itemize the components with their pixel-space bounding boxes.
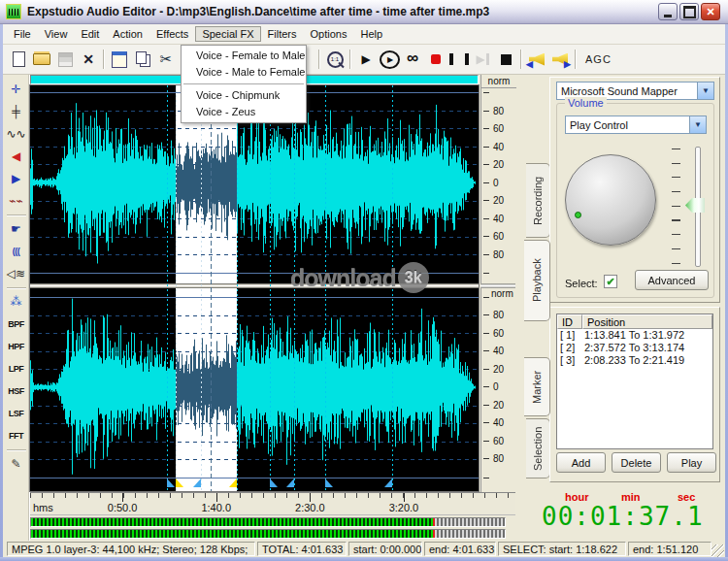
marker-list[interactable]: ID Position [ 1]1:13.841 To 1:31.972[ 2]… [556,314,713,449]
chevron-down-icon[interactable]: ▼ [689,116,706,133]
pause-button[interactable] [447,48,471,71]
hand-tool[interactable]: ☛ [5,218,28,240]
scale-label: 80 [481,106,514,116]
fx-menu-item-voice-chipmunk[interactable]: Voice - Chipmunk [182,87,306,104]
bpf-filter[interactable]: BPF [5,314,28,335]
fx-menu-item-voice-female-to-male[interactable]: Voice - Female to Male [182,48,306,64]
record-button[interactable] [424,48,447,71]
marker-row[interactable]: [ 3]2:08.233 To 2:21.419 [557,354,712,367]
delete-button[interactable]: Delete [612,452,661,473]
window-border-bottom [0,557,728,561]
move-tool[interactable]: ✛ [5,79,28,100]
copy-button[interactable] [131,48,154,71]
menu-options[interactable]: Options [304,26,354,42]
average-tool[interactable]: ⌁⌁ [5,190,28,212]
tab-marker[interactable]: Marker [524,357,550,416]
tab-playback[interactable]: Playback [524,240,550,321]
app-icon [6,4,21,19]
title-bar: Expstudio Audio Editor - D:\mp3\English.… [0,0,728,24]
fade-in-tool[interactable]: ◀ [5,146,28,167]
speaker-forward-button[interactable]: ▶ [548,48,572,71]
resize-grip[interactable] [711,544,724,557]
menu-action[interactable]: Action [106,26,149,42]
menu-view[interactable]: View [38,26,75,42]
edit-pencil-tool-icon: ✎ [11,458,20,470]
lpf-filter[interactable]: LPF [5,358,28,380]
sidebar-separator [7,449,26,451]
add-button[interactable]: Add [556,452,606,473]
hand-tool-icon: ☛ [11,223,21,235]
delete-selection-button[interactable] [77,48,100,71]
toolbar-separator [318,50,320,69]
play-step-button[interactable] [471,48,494,71]
new-document-button[interactable] [7,48,30,71]
fade-out-tool[interactable]: ▶ [5,168,28,189]
noise-reduction-tool[interactable]: ⁂ [5,291,28,313]
volume-knob[interactable] [565,154,656,246]
menu-effects[interactable]: Effects [149,26,195,42]
status-cell-3: end: 4:01.633 [424,542,496,556]
volume-slider-thumb[interactable] [685,198,705,213]
marker-row[interactable]: [ 1]1:13.841 To 1:31.972 [557,329,712,342]
fft-filter[interactable]: FFT [5,425,28,446]
speaker-backward-button[interactable]: ◀ [525,48,548,71]
play-button[interactable]: Play [667,452,716,473]
hpf-filter[interactable]: HPF [5,336,28,357]
scale-label: 60 [481,124,514,134]
time-ruler[interactable]: hms 0:50.01:40.02:30.03:20.0 [30,492,515,515]
menu-bar: FileViewEditActionEffectsSpecial FXFilte… [3,24,725,45]
center-line-tool[interactable]: ╪ [5,101,28,122]
agc-toggle[interactable]: AGC [585,53,612,65]
marker-panel: ID Position [ 1]1:13.841 To 1:31.972[ 2]… [549,307,720,482]
ruler-label: 3:20.0 [382,502,425,513]
toolbar: ◀▶ AGC [3,45,725,75]
hsf-filter[interactable]: HSF [5,380,28,402]
fx-menu-item-voice-zeus[interactable]: Voice - Zeus [182,104,306,120]
volume-source-select[interactable]: Play Control ▼ [565,116,707,134]
play-all-button[interactable] [378,48,401,71]
marker-id: [ 2] [557,342,584,354]
tab-recording[interactable]: Recording [526,163,550,238]
progress-bars[interactable] [30,517,506,541]
save-file-button[interactable] [53,48,77,71]
toolbar-separator [520,50,522,69]
marker-row[interactable]: [ 2]2:37.572 To 3:13.174 [557,342,712,354]
waveform-tool[interactable]: ∿∿ [5,123,28,145]
maximize-button[interactable] [679,3,699,20]
speaker-noise-tool[interactable]: ◁≋ [5,263,28,284]
column-id[interactable]: ID [557,314,582,329]
edit-pencil-tool[interactable]: ✎ [5,453,28,475]
waveform-display[interactable] [30,85,479,491]
move-tool-icon: ✛ [11,83,20,95]
status-cell-0: MPEG 1.0 layer-3: 44,100 kHz; Stereo; 12… [7,542,255,556]
lsf-filter[interactable]: LSF [5,403,28,424]
fade-in-tool-icon: ◀ [12,150,20,162]
column-position[interactable]: Position [582,314,712,329]
minimize-button[interactable] [658,3,678,20]
zoom-one-to-one-button[interactable] [323,48,347,71]
scale-label: 40 [481,142,514,151]
stop-button[interactable] [494,48,517,71]
file-properties-button[interactable] [108,48,131,71]
fx-menu-item-voice-male-to-female[interactable]: Voice - Male to Female [182,64,306,81]
open-file-button[interactable] [30,48,53,71]
menu-filters[interactable]: Filters [261,26,304,42]
select-checkbox[interactable]: ✔ [604,275,617,288]
menu-file[interactable]: File [7,26,38,42]
chevron-down-icon[interactable]: ▼ [697,82,713,99]
marker-position: 2:08.233 To 2:21.419 [584,354,712,367]
advanced-button[interactable]: Advanced [635,270,709,290]
cut-button[interactable] [154,48,178,71]
play-loop-button[interactable] [401,48,424,71]
ruler-label: 1:40.0 [195,502,238,513]
menu-help[interactable]: Help [353,26,389,42]
menu-edit[interactable]: Edit [74,26,106,42]
progress-bar-right[interactable] [30,529,506,539]
close-button[interactable] [701,3,720,20]
play-button[interactable] [354,48,378,71]
bpf-filter-icon: BPF [8,320,24,329]
reverb-tool[interactable]: ((( [5,241,28,262]
tab-selection[interactable]: Selection [526,418,550,478]
progress-bar-left[interactable] [30,517,506,527]
menu-special-fx[interactable]: Special FX [195,26,260,42]
